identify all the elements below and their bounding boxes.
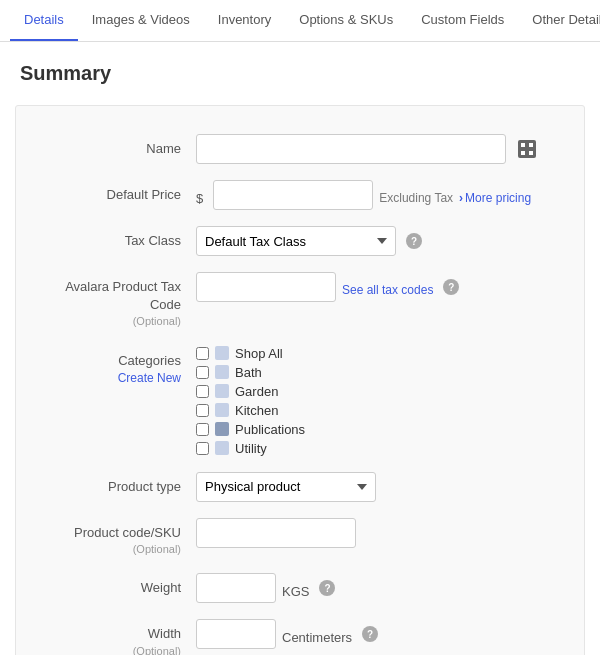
tax-class-select[interactable]: Default Tax Class Other Tax Class [196, 226, 396, 256]
category-name: Garden [235, 384, 278, 399]
product-type-row: Product type Physical product Digital pr… [16, 464, 584, 510]
tax-class-label: Tax Class [36, 226, 196, 250]
category-checkbox-bath[interactable] [196, 366, 209, 379]
categories-label: Categories Create New [36, 346, 196, 387]
weight-unit: KGS [282, 578, 309, 599]
product-code-input[interactable] [196, 518, 356, 548]
avalara-row: Avalara Product Tax Code (Optional) See … [16, 264, 584, 338]
category-icon [215, 403, 229, 417]
name-row: Name [16, 126, 584, 172]
tax-class-control: Default Tax Class Other Tax Class ? [196, 226, 564, 256]
summary-form: Name Default Price $ Excluding Tax More … [15, 105, 585, 655]
product-code-row: Product code/SKU (Optional) [16, 510, 584, 566]
svg-rect-0 [521, 143, 525, 147]
category-checkbox-garden[interactable] [196, 385, 209, 398]
width-row: Width (Optional) Centimeters ? [16, 611, 584, 655]
category-name: Shop All [235, 346, 283, 361]
product-code-control [196, 518, 564, 548]
price-input[interactable] [213, 180, 373, 210]
category-icon [215, 365, 229, 379]
price-label: Default Price [36, 180, 196, 204]
category-checkbox-kitchen[interactable] [196, 404, 209, 417]
category-name: Bath [235, 365, 262, 380]
categories-control: Shop All Bath Garden [196, 346, 564, 456]
svg-rect-1 [529, 143, 533, 147]
price-row: Default Price $ Excluding Tax More prici… [16, 172, 584, 218]
weight-input[interactable] [196, 573, 276, 603]
product-code-label: Product code/SKU (Optional) [36, 518, 196, 558]
avalara-optional: (Optional) [36, 314, 181, 329]
grid-icon[interactable] [518, 140, 536, 158]
create-new-link[interactable]: Create New [36, 370, 181, 387]
width-unit: Centimeters [282, 624, 352, 645]
tab-custom-fields[interactable]: Custom Fields [407, 0, 518, 41]
category-icon [215, 384, 229, 398]
avalara-input[interactable] [196, 272, 336, 302]
tab-details[interactable]: Details [10, 0, 78, 41]
tab-inventory[interactable]: Inventory [204, 0, 285, 41]
weight-row: Weight KGS ? [16, 565, 584, 611]
tax-class-help-icon[interactable]: ? [406, 233, 422, 249]
price-control: $ Excluding Tax More pricing [196, 180, 564, 210]
weight-label: Weight [36, 573, 196, 597]
category-name: Kitchen [235, 403, 278, 418]
main-content: Summary Name Default Price $ Excluding T… [0, 42, 600, 655]
name-label: Name [36, 134, 196, 158]
category-checkbox-utility[interactable] [196, 442, 209, 455]
list-item: Bath [196, 365, 305, 380]
name-control [196, 134, 564, 164]
width-label: Width (Optional) [36, 619, 196, 655]
avalara-help-icon[interactable]: ? [443, 279, 459, 295]
category-checkbox-publications[interactable] [196, 423, 209, 436]
tab-options-skus[interactable]: Options & SKUs [285, 0, 407, 41]
list-item: Shop All [196, 346, 305, 361]
more-pricing-link[interactable]: More pricing [459, 185, 531, 205]
page-title: Summary [0, 62, 600, 105]
weight-help-icon[interactable]: ? [319, 580, 335, 596]
excluding-tax-label: Excluding Tax [379, 185, 453, 205]
tab-images-videos[interactable]: Images & Videos [78, 0, 204, 41]
category-name: Utility [235, 441, 267, 456]
product-type-select[interactable]: Physical product Digital product Gift ce… [196, 472, 376, 502]
list-item: Garden [196, 384, 305, 399]
tab-other-details[interactable]: Other Details [518, 0, 600, 41]
list-item: Kitchen [196, 403, 305, 418]
tab-bar: Details Images & Videos Inventory Option… [0, 0, 600, 42]
avalara-control: See all tax codes ? [196, 272, 564, 302]
product-code-optional: (Optional) [36, 542, 181, 557]
tax-class-row: Tax Class Default Tax Class Other Tax Cl… [16, 218, 584, 264]
category-name: Publications [235, 422, 305, 437]
width-help-icon[interactable]: ? [362, 626, 378, 642]
svg-rect-2 [521, 151, 525, 155]
categories-row: Categories Create New Shop All Bath [16, 338, 584, 464]
list-item: Utility [196, 441, 305, 456]
categories-list: Shop All Bath Garden [196, 346, 305, 456]
width-optional: (Optional) [36, 644, 181, 655]
category-icon [215, 441, 229, 455]
width-control: Centimeters ? [196, 619, 564, 649]
see-all-link[interactable]: See all tax codes [342, 277, 433, 297]
currency-symbol: $ [196, 185, 207, 206]
category-icon [215, 346, 229, 360]
category-checkbox-shop-all[interactable] [196, 347, 209, 360]
category-icon [215, 422, 229, 436]
product-type-control: Physical product Digital product Gift ce… [196, 472, 564, 502]
avalara-label: Avalara Product Tax Code (Optional) [36, 272, 196, 330]
product-type-label: Product type [36, 472, 196, 496]
width-input[interactable] [196, 619, 276, 649]
list-item: Publications [196, 422, 305, 437]
svg-rect-3 [529, 151, 533, 155]
name-input[interactable] [196, 134, 506, 164]
weight-control: KGS ? [196, 573, 564, 603]
